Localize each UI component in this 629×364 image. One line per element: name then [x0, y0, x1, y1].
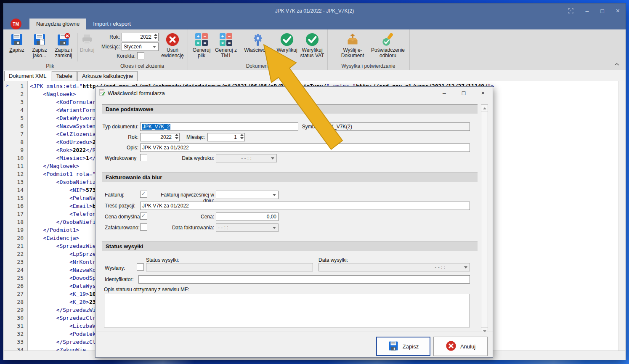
zafakturowano-label: Zafakturowano:	[105, 225, 140, 231]
typ-dokumentu-input[interactable]: JPK_V7K_2	[140, 122, 298, 131]
line-number: 21	[4, 242, 27, 250]
dialog-titlebar[interactable]: Właściwości formularza – □ ×	[96, 87, 493, 99]
opis-statusu-label: Opis statusu otrzymany z serwisu MF:	[104, 287, 189, 292]
tresc-pozycji-input[interactable]: JPK V7K za 01/2022	[140, 202, 470, 210]
ribbon-group-okres: Rok: 2022 Miesiąc: Styczeń Korekta:	[97, 29, 188, 70]
line-number: 29	[4, 306, 27, 314]
identyfikator-input[interactable]	[138, 275, 470, 284]
miesiac-spinner-up-icon[interactable]	[240, 134, 244, 136]
data-wydruku-combo[interactable]: - - : :	[216, 154, 277, 162]
line-number: 3	[4, 98, 27, 106]
miesiac-spinner-down-icon[interactable]	[240, 137, 244, 139]
miesiac-field-label: Miesiąc:	[98, 44, 122, 50]
ribbon-save-close-button[interactable]: Zapisz i zamknij	[51, 32, 76, 58]
group-label-wysylka: Wysyłka i potwierdzanie	[327, 63, 409, 69]
delivery-receipt-button[interactable]: Poświadczenie odbioru	[367, 32, 409, 58]
tab-arkusze-kalkulacyjne[interactable]: Arkusze kalkulacyjne	[77, 71, 138, 81]
ribbon-tab-import-eksport[interactable]: Import i eksport	[86, 19, 138, 29]
dialog-minimize-button[interactable]: –	[435, 87, 454, 99]
dropdown-icon[interactable]	[153, 46, 156, 48]
status-wysylki-label: Status wysyłki:	[146, 257, 179, 263]
line-number: 13	[4, 178, 27, 186]
titlebar[interactable]: JPK V7K za 01/2022 - JPK_V7K(2) – □ ×	[3, 3, 626, 19]
opis-statusu-textarea[interactable]	[104, 294, 470, 327]
rok-spinner-down-icon[interactable]	[175, 137, 178, 139]
data-wysylki-combo[interactable]: - - : :	[318, 263, 470, 271]
wydrukowany-label: Wydrukowany	[105, 155, 136, 161]
fakturuj-checkbox[interactable]	[140, 191, 147, 198]
verify-vat-check-icon	[305, 32, 319, 48]
cena-domyslna-checkbox[interactable]	[140, 213, 147, 220]
ribbon-save-as-button[interactable]: Zapisz jako...	[28, 32, 51, 58]
line-number: 2	[4, 90, 27, 98]
korekta-checkbox[interactable]	[137, 52, 144, 59]
delete-records-button[interactable]: Usuń ewidencję	[159, 32, 186, 58]
ribbon: Zapisz Zapisz jako... Zapisz i zamknij D	[3, 29, 626, 70]
close-button[interactable]: ×	[616, 8, 620, 14]
dialog-rok-label: Rok:	[99, 134, 138, 140]
line-number: 12	[4, 170, 27, 178]
properties-gear-icon	[251, 32, 265, 48]
generate-tm1-button[interactable]: +−×= Generuj z TM1	[214, 32, 238, 58]
properties-label: Właściwości	[244, 48, 271, 53]
minimize-button[interactable]: –	[585, 8, 589, 14]
rok-spinner[interactable]: 2022	[122, 33, 159, 41]
line-number: 25	[4, 274, 27, 282]
verify-vat-status-button[interactable]: Weryfikuj status VAT	[299, 32, 326, 58]
miesiac-combo[interactable]: Styczeń	[122, 43, 159, 51]
spinner-down-icon[interactable]	[154, 37, 157, 39]
section-header-status-wysylki: Status wysyłki	[102, 242, 478, 251]
group-label-plik: Plik	[3, 63, 97, 69]
dialog-scrollbar[interactable]	[481, 104, 488, 335]
ribbon-tab-narzedzia-glowne[interactable]: Narzędzia główne	[29, 19, 86, 29]
form-pencil-icon	[99, 89, 105, 97]
data-wydruku-dropdown-icon[interactable]	[271, 157, 274, 159]
ribbon-save-as-label: Zapisz jako...	[28, 48, 51, 58]
wyslany-label: Wysłany:	[105, 265, 125, 271]
cancel-button[interactable]: Anuluj	[433, 337, 488, 356]
opis-input[interactable]: JPK V7K za 01/2022	[140, 143, 470, 152]
verify-button[interactable]: Weryfikuj	[274, 32, 300, 53]
dialog-miesiac-spinner[interactable]: 1	[207, 133, 245, 141]
maximize-button[interactable]: □	[600, 8, 604, 14]
symbol-input[interactable]: JPK_V7K(2)	[322, 122, 470, 131]
save-button[interactable]: Zapisz	[376, 337, 430, 356]
ribbon-save-close-label: Zapisz i zamknij	[51, 48, 76, 58]
zafakturowano-checkbox[interactable]	[140, 223, 147, 231]
data-fakturowania-dropdown-icon[interactable]	[273, 227, 276, 229]
line-number: 34	[4, 346, 27, 351]
dialog-miesiac-value: 1	[234, 134, 237, 140]
dialog-maximize-button[interactable]: □	[454, 87, 473, 99]
delivery-receipt-label: Poświadczenie odbioru	[367, 48, 409, 58]
tab-tabele[interactable]: Tabele	[52, 71, 77, 81]
ribbon-print-button[interactable]: Drukuj	[78, 32, 96, 53]
wydrukowany-checkbox[interactable]	[140, 154, 147, 161]
ribbon-collapse-button[interactable]	[614, 60, 620, 68]
properties-button[interactable]: Właściwości	[243, 32, 273, 53]
ribbon-save-button[interactable]: Zapisz	[6, 32, 28, 53]
wyslany-checkbox[interactable]	[137, 263, 144, 271]
scale-icon[interactable]	[568, 8, 573, 14]
dialog-close-button[interactable]: ×	[473, 87, 493, 99]
verify-label: Weryfikuj	[276, 48, 297, 53]
rok-spinner-up-icon[interactable]	[175, 134, 178, 136]
editor-scrollbar[interactable]	[618, 81, 625, 351]
cena-input[interactable]: 0,00	[216, 213, 279, 221]
status-wysylki-input[interactable]	[146, 263, 313, 271]
dialog-rok-spinner[interactable]: 2022	[140, 133, 180, 141]
fakturuj-najwczesniej-dropdown-icon[interactable]	[273, 194, 276, 196]
spinner-up-icon[interactable]	[154, 34, 157, 36]
send-edocument-button[interactable]: Wyślij e-Dokument	[337, 32, 369, 58]
app-menu-button[interactable]: TM	[11, 19, 21, 29]
identyfikator-label: Identyfikator:	[105, 276, 134, 282]
data-fakturowania-combo[interactable]: - - : :	[216, 223, 279, 232]
data-wysylki-dropdown-icon[interactable]	[464, 266, 467, 268]
fakturuj-najwczesniej-combo[interactable]	[216, 191, 279, 199]
generate-file-button[interactable]: +−×= Generuj plik	[190, 32, 213, 58]
line-number: 7	[4, 130, 27, 138]
editor-scrollbar-thumb[interactable]	[622, 88, 622, 191]
tab-dokument-xml[interactable]: Dokument XML	[4, 71, 51, 81]
data-wydruku-value: - - : :	[241, 155, 252, 161]
scroll-up-icon[interactable]	[481, 105, 488, 112]
line-number: ➤1	[4, 82, 27, 90]
